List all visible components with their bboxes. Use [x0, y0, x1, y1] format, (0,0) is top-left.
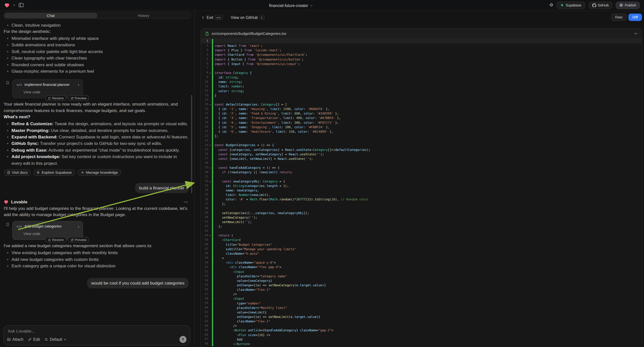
preview-button[interactable]: Preview: [68, 95, 89, 101]
esc-kbd-badge: esc: [215, 15, 222, 20]
design-bullet-list: Minimalist interface with plenty of whit…: [4, 34, 188, 74]
chat-panel: Chat History Clean, intuitive navigation…: [0, 11, 195, 347]
project-name-button[interactable]: financial-future-creator: [269, 0, 313, 11]
code-line: 57 />: [201, 292, 642, 296]
exit-button[interactable]: Exit esc: [201, 15, 222, 20]
raw-toggle-button[interactable]: Raw: [611, 14, 626, 21]
line-number: 39: [201, 210, 208, 215]
chevron-right-icon[interactable]: ›: [78, 224, 79, 228]
fold-gutter: [208, 260, 212, 265]
publish-label: Publish: [625, 3, 636, 7]
mode-selector-button[interactable]: Default: [44, 337, 67, 342]
manage-knowledge-button[interactable]: Manage knowledge: [78, 169, 121, 176]
github-label: GitHub: [598, 3, 609, 7]
fold-gutter: [208, 84, 212, 88]
code-line: 59 type="number": [201, 301, 642, 306]
line-number: 13: [201, 93, 208, 98]
chat-input[interactable]: [7, 328, 186, 334]
chat-message-list[interactable]: Clean, intuitive navigation For the desi…: [0, 19, 194, 325]
assistant-added-paragraph: I've added a new budget categories manag…: [4, 243, 188, 249]
fold-gutter: [208, 120, 212, 125]
code-line: 54 value={newCategory}: [201, 278, 642, 283]
view-on-github-link[interactable]: View on GitHub 6: [231, 15, 264, 20]
line-number: 25: [201, 147, 208, 152]
settings-gear-icon[interactable]: ⚙: [550, 3, 554, 8]
line-number: 26: [201, 152, 208, 156]
preview-button[interactable]: Preview: [68, 237, 89, 243]
line-number: 53: [201, 274, 208, 278]
bookmark-icon[interactable]: [6, 81, 10, 84]
code-text: />: [213, 292, 237, 296]
fold-gutter: [208, 210, 212, 215]
assistant-name: Lovable: [11, 199, 28, 205]
fold-gutter: [208, 193, 212, 197]
toggle-sidebar-icon[interactable]: [18, 2, 24, 8]
fold-chevron-icon[interactable]: ▾: [208, 102, 212, 107]
line-number: 47: [201, 247, 208, 252]
fold-gutter: [208, 202, 212, 206]
send-button[interactable]: [180, 336, 186, 343]
code-line: 68 </Button>: [201, 342, 642, 346]
line-number: 4: [201, 52, 208, 57]
code-text: <div className="flex gap-4">: [213, 265, 281, 269]
code-text: const handleAddCategory = () => {: [213, 166, 279, 170]
github-button[interactable]: GitHub: [588, 2, 612, 9]
lovable-logo-heart-icon[interactable]: [4, 2, 10, 8]
restore-button[interactable]: Restore: [45, 95, 66, 101]
fold-gutter: [208, 125, 212, 130]
edit-button[interactable]: Edit: [28, 337, 40, 342]
code-editor[interactable]: 1 2import React from 'react';3import { P…: [201, 39, 642, 346]
code-line: 44▾ return (: [201, 233, 642, 238]
code-line: 42 };: [201, 224, 642, 229]
fold-chevron-icon[interactable]: ▾: [208, 233, 212, 238]
fold-gutter: [208, 62, 212, 66]
view-code-link[interactable]: View code: [24, 230, 79, 237]
diff-toggle-button[interactable]: Diff: [628, 14, 642, 21]
code-line: 12 color: string;: [201, 88, 642, 93]
code-panel: Exit esc View on GitHub 6 Raw Diff src/c…: [195, 11, 644, 347]
logo-menu-chevron-icon[interactable]: [13, 4, 16, 7]
fold-chevron-icon[interactable]: ▾: [208, 166, 212, 170]
publish-button[interactable]: Publish: [616, 2, 640, 9]
sliders-icon: [44, 338, 48, 341]
code-line: 45 <ChartCard: [201, 238, 642, 242]
code-text: [213, 161, 216, 166]
list-item: Clean, intuitive navigation: [12, 22, 188, 28]
code-line: 16 { id: '1', name: 'Housing', limit: 15…: [201, 107, 642, 111]
code-text: <Input: [213, 296, 244, 301]
fold-gutter: [208, 306, 212, 310]
project-name: financial-future-creator: [269, 3, 308, 8]
visit-docs-button[interactable]: Visit docs: [4, 169, 31, 176]
line-number: 48: [201, 252, 208, 256]
line-number: 12: [201, 88, 208, 93]
fold-gutter: [208, 174, 212, 179]
fold-chevron-icon[interactable]: ▾: [208, 179, 212, 184]
collapse-chevron-up-icon[interactable]: [634, 31, 638, 35]
chat-scrollbar[interactable]: [191, 95, 192, 194]
code-line: 24▾const BudgetCategories = () => {: [201, 143, 642, 147]
restore-button[interactable]: Restore: [45, 237, 66, 243]
code-line: 14: [201, 98, 642, 102]
code-icon: </>: [16, 223, 22, 230]
chevron-right-icon[interactable]: ›: [78, 82, 79, 87]
view-code-link[interactable]: View code: [24, 89, 79, 95]
supabase-button[interactable]: Supabase: [556, 2, 585, 9]
bookmark-icon[interactable]: [6, 222, 10, 226]
tab-chat[interactable]: Chat: [4, 13, 97, 18]
tab-history[interactable]: History: [97, 13, 190, 18]
fold-gutter: [208, 229, 212, 233]
attach-image-icon: [7, 338, 11, 341]
file-header[interactable]: src/components/budget/BudgetCategories.t…: [201, 28, 642, 39]
explore-supabase-button[interactable]: Explore Supabase: [33, 169, 75, 176]
code-text: [213, 206, 216, 210]
attach-button[interactable]: Attach: [7, 337, 24, 342]
fold-gutter: [208, 188, 212, 193]
code-text: interface Category {: [213, 71, 252, 75]
fold-gutter: [208, 88, 212, 93]
line-number: 28: [201, 161, 208, 166]
code-text: placeholder="Category name": [213, 274, 287, 278]
fold-gutter: [208, 247, 212, 252]
fold-chevron-icon[interactable]: ▾: [208, 71, 212, 75]
message-options-icon[interactable]: [184, 202, 188, 202]
fold-chevron-icon[interactable]: ▾: [208, 143, 212, 147]
